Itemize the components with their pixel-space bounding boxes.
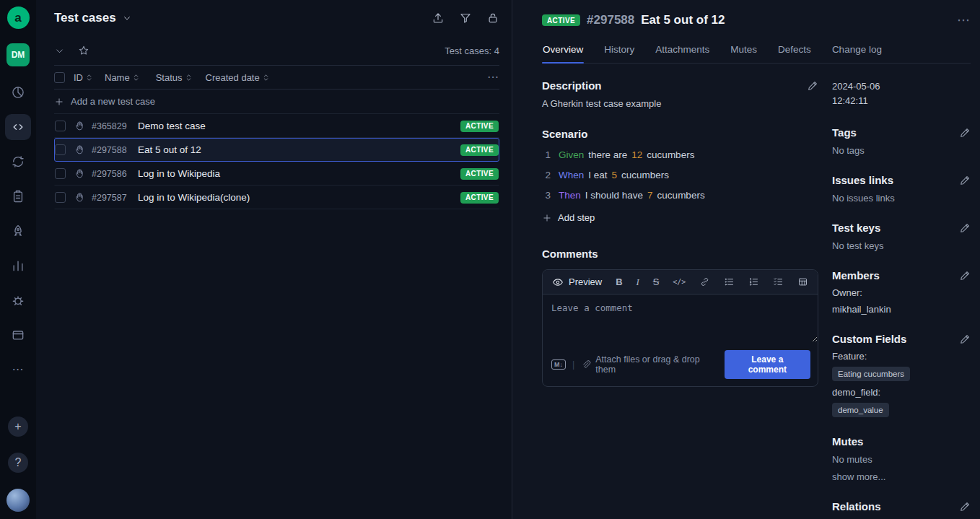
column-header-id[interactable]: ID — [74, 72, 93, 83]
test-cases-panel: Test cases Test cases: 4 ID Name Status … — [36, 0, 512, 519]
table-icon[interactable] — [797, 276, 808, 287]
comments-heading: Comments — [542, 248, 598, 260]
sidebar-item-launches[interactable] — [5, 218, 31, 244]
add-test-case-row[interactable]: Add a new test case — [54, 90, 499, 114]
tab-attachments[interactable]: Attachments — [655, 38, 710, 63]
sidebar-item-test-runs[interactable] — [5, 149, 31, 175]
markdown-icon[interactable]: M↓ — [551, 359, 566, 370]
sidebar-item-environments[interactable] — [5, 322, 31, 348]
edit-members-pencil-icon[interactable] — [959, 270, 971, 282]
detail-case-title: Eat 5 out of 12 — [641, 13, 725, 27]
collapse-chevron-icon[interactable] — [54, 45, 65, 56]
row-checkbox[interactable] — [55, 121, 66, 131]
issues-links-heading: Issues links — [832, 174, 893, 186]
created-date: 2024-05-06 — [832, 79, 971, 94]
created-time: 12:42:11 — [832, 94, 971, 108]
owner-label: Owner: — [832, 287, 971, 298]
eye-icon — [552, 276, 564, 288]
qase-logo-letter: a — [14, 11, 21, 25]
strikethrough-icon[interactable]: S — [653, 277, 660, 287]
gherkin-hand-icon — [74, 192, 85, 203]
plus-icon — [54, 97, 64, 107]
tab-change-log[interactable]: Change log — [831, 38, 883, 63]
created-timestamp: 2024-05-06 12:42:11 — [832, 79, 971, 108]
create-new-button[interactable]: + — [8, 416, 28, 437]
test-case-detail-panel: ACTIVE #297588 Eat 5 out of 12 ⋯ Overvie… — [512, 0, 980, 519]
add-test-case-label: Add a new test case — [71, 96, 155, 107]
detail-menu-icon[interactable]: ⋯ — [957, 14, 971, 27]
table-row[interactable]: #297586 Log in to Wikipedia ACTIVE — [54, 162, 499, 186]
sidebar-item-defects[interactable] — [5, 287, 31, 313]
task-list-icon[interactable] — [773, 276, 784, 287]
bold-icon[interactable]: B — [616, 277, 622, 287]
comment-input[interactable] — [543, 295, 818, 342]
row-checkbox[interactable] — [55, 168, 66, 179]
sort-icon — [132, 74, 140, 82]
test-keys-section: Test keys No test keys — [832, 222, 971, 251]
sidebar-item-reports[interactable] — [5, 253, 31, 279]
tab-defects[interactable]: Defects — [777, 38, 812, 63]
edit-relations-pencil-icon[interactable] — [959, 501, 971, 513]
table-row[interactable]: #297587 Log in to Wikipedia(clone) ACTIV… — [54, 186, 499, 209]
column-header-created-date[interactable]: Created date — [206, 72, 270, 83]
edit-issues-pencil-icon[interactable] — [959, 175, 971, 186]
gherkin-hand-icon — [74, 121, 85, 131]
table-row-selected[interactable]: #297588 Eat 5 out of 12 ACTIVE — [54, 138, 499, 162]
gherkin-hand-icon — [74, 144, 85, 155]
edit-test-keys-pencil-icon[interactable] — [959, 222, 971, 234]
table-menu-icon[interactable]: ⋯ — [487, 71, 499, 83]
column-header-status[interactable]: Status — [156, 72, 193, 83]
code-icon[interactable]: </> — [673, 279, 686, 286]
link-icon[interactable] — [699, 276, 710, 287]
edit-tags-pencil-icon[interactable] — [959, 127, 971, 139]
tags-empty-text: No tags — [832, 145, 971, 156]
edit-custom-fields-pencil-icon[interactable] — [959, 333, 971, 345]
bar-chart-icon — [11, 258, 25, 273]
show-more-link[interactable]: show more... — [832, 471, 971, 482]
issues-links-section: Issues links No issues links — [832, 174, 971, 204]
workspace-avatar[interactable]: DM — [6, 43, 30, 66]
gherkin-keyword: Then — [559, 190, 581, 201]
attach-files-button[interactable]: Attach files or drag & drop them — [581, 354, 717, 375]
bug-icon — [11, 293, 25, 308]
italic-icon[interactable]: I — [636, 277, 639, 287]
title-chevron-down-icon[interactable] — [122, 13, 132, 23]
tab-mutes[interactable]: Mutes — [730, 38, 758, 63]
preview-toggle[interactable]: Preview — [552, 276, 602, 288]
star-icon[interactable] — [78, 45, 89, 56]
mutes-heading: Mutes — [832, 435, 863, 448]
row-checkbox[interactable] — [55, 192, 66, 203]
sidebar-more-button[interactable]: ⋯ — [5, 357, 31, 383]
status-badge: ACTIVE — [460, 144, 499, 156]
sidebar-item-analytics[interactable] — [5, 79, 31, 105]
comment-toolbar: Preview B I S </> — [543, 270, 818, 295]
app-sidebar: a DM ⋯ + ? — [0, 0, 36, 519]
demo-field-label: demo_field: — [832, 387, 971, 398]
select-all-checkbox[interactable] — [54, 72, 65, 83]
leave-comment-button[interactable]: Leave a comment — [725, 350, 810, 379]
description-text: A Gherkin test case example — [542, 98, 818, 109]
custom-fields-heading: Custom Fields — [832, 333, 906, 345]
import-upload-icon[interactable] — [432, 12, 445, 25]
edit-description-pencil-icon[interactable] — [807, 80, 818, 92]
row-checkbox[interactable] — [55, 144, 66, 155]
add-step-button[interactable]: Add step — [542, 212, 818, 223]
bullet-list-icon[interactable] — [724, 276, 735, 287]
qase-logo[interactable]: a — [7, 6, 30, 29]
description-heading: Description — [542, 79, 602, 92]
tab-history[interactable]: History — [603, 38, 635, 63]
relations-heading: Relations — [832, 500, 881, 513]
sidebar-item-repository[interactable] — [5, 114, 31, 140]
column-header-name[interactable]: Name — [105, 72, 140, 83]
user-avatar[interactable] — [6, 489, 30, 512]
sort-icon — [85, 74, 93, 82]
lock-icon[interactable] — [486, 12, 499, 25]
tab-overview[interactable]: Overview — [542, 38, 584, 63]
divider: | — [572, 359, 574, 370]
sidebar-item-test-plans[interactable] — [5, 183, 31, 209]
tags-heading: Tags — [832, 126, 857, 139]
table-row[interactable]: #365829 Demo test case ACTIVE — [54, 114, 499, 138]
filter-icon[interactable] — [459, 12, 472, 25]
ordered-list-icon[interactable] — [748, 276, 759, 287]
help-button[interactable]: ? — [8, 453, 28, 473]
